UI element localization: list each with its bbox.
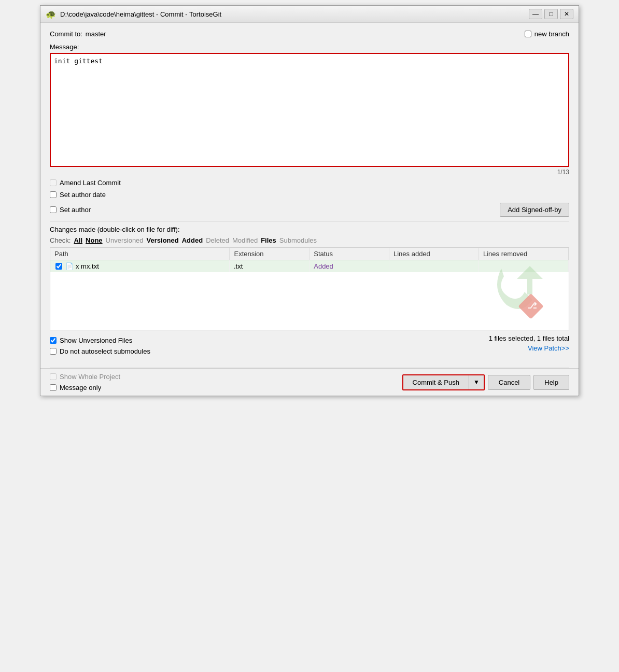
- file-checkbox-cell: 📄 x mx.txt: [50, 260, 230, 272]
- new-branch-label: new branch: [534, 30, 569, 38]
- message-textarea[interactable]: init gittest: [50, 53, 569, 167]
- show-whole-project-label: Show Whole Project: [60, 373, 120, 381]
- set-author-row: Set author Add Signed-off-by: [50, 203, 569, 217]
- set-author-checkbox-row: Set author: [50, 206, 91, 214]
- message-only-label: Message only: [60, 384, 101, 391]
- files-table: Path Extension Status Lines added Lines …: [50, 248, 569, 272]
- check-none-link[interactable]: None: [86, 236, 103, 244]
- file-icon: 📄: [65, 262, 74, 270]
- bottom-bar: Show Whole Project Message only Commit &…: [40, 368, 579, 396]
- check-deleted-link[interactable]: Deleted: [206, 236, 229, 244]
- commit-to-value: master: [86, 30, 106, 38]
- window-title: D:\code\java\code\heima\gittest - Commit…: [60, 10, 221, 18]
- files-table-wrapper: ⎇ Path Extension Status Lines added Line…: [50, 247, 569, 330]
- check-row: Check: All None Unversioned Versioned Ad…: [50, 236, 569, 244]
- check-label: Check:: [50, 236, 71, 244]
- file-extension: .txt: [230, 260, 310, 273]
- check-files-link[interactable]: Files: [261, 236, 276, 244]
- col-status: Status: [310, 248, 389, 260]
- commit-push-wrapper: Commit & Push ▼: [402, 374, 485, 390]
- set-author-date-row: Set author date: [50, 191, 569, 199]
- cancel-button[interactable]: Cancel: [488, 375, 530, 390]
- commit-push-dropdown-button[interactable]: ▼: [469, 375, 484, 389]
- table-header-row: Path Extension Status Lines added Lines …: [50, 248, 569, 260]
- table-row[interactable]: 📄 x mx.txt .txt Added: [50, 260, 569, 273]
- close-button[interactable]: ✕: [560, 9, 573, 19]
- bottom-right: 1 files selected, 1 files total View Pat…: [489, 334, 569, 357]
- do-not-autoselect-label: Do not autoselect submodules: [60, 347, 150, 355]
- message-count: 1/13: [557, 169, 569, 176]
- show-whole-project-checkbox[interactable]: [50, 373, 57, 380]
- check-modified-link[interactable]: Modified: [232, 236, 258, 244]
- minimize-button[interactable]: —: [529, 9, 542, 19]
- bottom-bar-right: Commit & Push ▼ Cancel Help: [402, 374, 569, 390]
- commit-to-label: Commit to:: [50, 30, 82, 38]
- show-unversioned-label: Show Unversioned Files: [60, 337, 132, 344]
- message-label: Message:: [50, 43, 569, 51]
- show-unversioned-row: Show Unversioned Files: [50, 337, 150, 344]
- col-lines-removed: Lines removed: [479, 248, 568, 260]
- do-not-autoselect-checkbox[interactable]: [50, 348, 57, 355]
- commit-to-row: Commit to: master new branch: [50, 30, 569, 38]
- file-path: x mx.txt: [76, 262, 99, 270]
- set-author-date-label: Set author date: [60, 191, 106, 199]
- title-bar-left: 🐢 D:\code\java\code\heima\gittest - Comm…: [46, 9, 221, 19]
- set-author-label: Set author: [60, 206, 91, 214]
- new-branch-row: new branch: [525, 30, 569, 38]
- show-whole-project-row: Show Whole Project: [50, 373, 120, 381]
- title-buttons: — □ ✕: [529, 9, 573, 19]
- file-checkbox[interactable]: [55, 263, 62, 270]
- bottom-options: Show Unversioned Files Do not autoselect…: [50, 334, 569, 357]
- files-summary: 1 files selected, 1 files total: [489, 334, 569, 342]
- check-submodules-link[interactable]: Submodules: [279, 236, 317, 244]
- bottom-options-left: Show Unversioned Files Do not autoselect…: [50, 337, 150, 355]
- message-only-row: Message only: [50, 384, 120, 391]
- app-icon: 🐢: [46, 9, 56, 19]
- amend-last-commit-label: Amend Last Commit: [60, 179, 121, 187]
- new-branch-checkbox[interactable]: [525, 31, 531, 37]
- file-lines-removed: [479, 260, 568, 273]
- file-status: Added: [310, 260, 389, 273]
- check-all-link[interactable]: All: [74, 236, 82, 244]
- view-patch-link[interactable]: View Patch>>: [489, 344, 569, 352]
- changes-label: Changes made (double-click on file for d…: [50, 226, 569, 233]
- commit-to-left: Commit to: master: [50, 30, 106, 38]
- check-versioned-link[interactable]: Versioned: [147, 236, 179, 244]
- separator-1: [50, 221, 569, 221]
- show-unversioned-checkbox[interactable]: [50, 337, 57, 344]
- col-path: Path: [50, 248, 230, 260]
- check-unversioned-link[interactable]: Unversioned: [106, 236, 144, 244]
- title-bar: 🐢 D:\code\java\code\heima\gittest - Comm…: [40, 6, 579, 23]
- commit-push-button[interactable]: Commit & Push: [403, 375, 469, 389]
- main-window: 🐢 D:\code\java\code\heima\gittest - Comm…: [40, 5, 579, 396]
- maximize-button[interactable]: □: [544, 9, 558, 19]
- message-count-row: 1/13: [50, 169, 569, 176]
- bottom-bar-left: Show Whole Project Message only: [50, 373, 120, 391]
- col-extension: Extension: [230, 248, 310, 260]
- help-button[interactable]: Help: [533, 375, 569, 390]
- check-added-link[interactable]: Added: [182, 236, 203, 244]
- amend-row: Amend Last Commit: [50, 179, 569, 187]
- main-content: Commit to: master new branch Message: in…: [40, 23, 579, 368]
- col-lines-added: Lines added: [389, 248, 479, 260]
- amend-last-commit-checkbox[interactable]: [50, 179, 57, 186]
- file-lines-added: [389, 260, 479, 273]
- svg-text:⎇: ⎇: [527, 301, 537, 310]
- add-signed-off-button[interactable]: Add Signed-off-by: [500, 203, 569, 217]
- message-only-checkbox[interactable]: [50, 384, 57, 391]
- svg-rect-0: [518, 293, 543, 319]
- set-author-checkbox[interactable]: [50, 206, 57, 213]
- do-not-autoselect-row: Do not autoselect submodules: [50, 347, 150, 355]
- set-author-date-checkbox[interactable]: [50, 191, 57, 198]
- message-input-wrapper: init gittest: [50, 53, 569, 169]
